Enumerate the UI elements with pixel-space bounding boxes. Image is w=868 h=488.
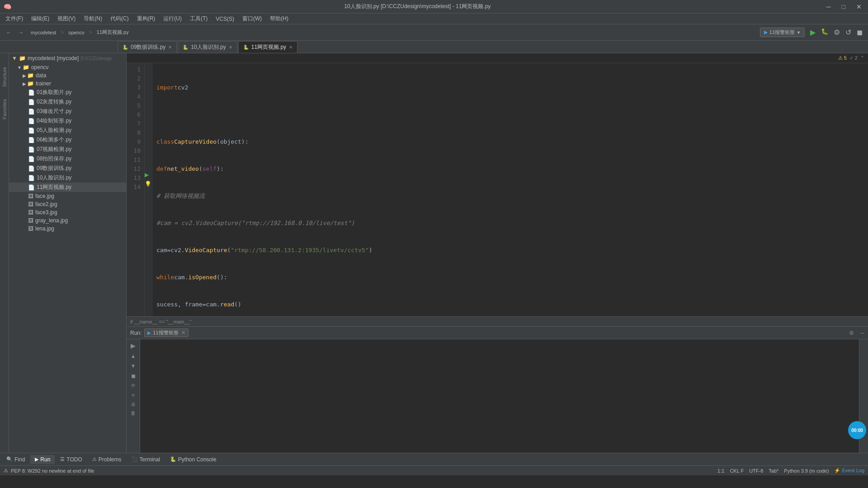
tree-item-face[interactable]: 🖼 face.jpg [9,192,126,200]
toolbar-breadcrumb-opencv[interactable]: opencv [66,28,87,37]
run-down-button[interactable]: ▼ [130,362,137,370]
menu-vcs[interactable]: VCS(S) [212,15,238,23]
run-panel-settings[interactable]: ⚙ [849,330,854,336]
status-bar: ⚠ PEP 8: W292 no newline at end of file … [0,465,868,475]
status-encoding[interactable]: UTF-8 [749,468,763,474]
tab-10-close[interactable]: ✕ [229,45,232,50]
timer-circle[interactable]: 00:00 [848,421,866,439]
minimize-button[interactable]: ─ [824,2,834,11]
toolbar-nav-back[interactable]: ← [4,28,14,37]
tree-label-06: 06检测多个.py [37,136,71,144]
tab-python-console[interactable]: 🐍 Python Console [165,455,221,464]
py-file-icon-06: 📄 [28,137,35,143]
menu-refactor[interactable]: 重构(R) [133,14,159,23]
run-config-tag[interactable]: ▶ 11报警矩形 ✕ [144,328,188,337]
stop-button[interactable]: ◼ [855,27,864,38]
status-indent[interactable]: Tab* [769,468,778,474]
status-python[interactable]: Python 3.9 (m code) [784,468,829,474]
status-position[interactable]: 1:1 [717,468,724,474]
tab-problems[interactable]: ⚠ Problems [88,455,126,464]
tree-item-09[interactable]: 📄 09数据训练.py [9,164,126,173]
tree-item-face2[interactable]: 🖼 face2.jpg [9,200,126,208]
run-panel-minimize[interactable]: ─ [860,330,864,336]
menu-file[interactable]: 文件(F) [2,14,27,23]
menu-navigate[interactable]: 导航(N) [80,14,106,23]
tree-item-02[interactable]: 📄 02灰度转换.py [9,97,126,107]
run-clear-button[interactable]: 🗑 [130,409,137,417]
code-line-3: class CaptureVideo(object): [156,137,864,146]
structure-label[interactable]: Structure [2,67,7,87]
tree-item-03[interactable]: 📄 03修改尺寸.py [9,107,126,116]
menu-run[interactable]: 运行(U) [160,14,185,23]
run-right-panel: 00:00 [859,339,868,453]
menu-code[interactable]: 代码(C) [107,14,132,23]
menu-view[interactable]: 视图(V) [54,14,79,23]
tab-11-close[interactable]: ✕ [289,45,292,50]
reload-button[interactable]: ↺ [844,27,853,38]
warning-icon: ⚠ [4,468,8,474]
tree-label-04: 04绘制矩形.py [37,117,71,125]
run-panel-content: ▶ ▲ ▼ ◼ ⟳ ≡ 🖨 🗑 [127,339,868,453]
toolbar-breadcrumb-file[interactable]: 11网页视频.py [94,28,132,37]
run-filter-button[interactable]: ≡ [131,391,135,399]
tree-item-data[interactable]: ▶ 📁 data [9,71,126,80]
check-count[interactable]: ✓ 2 [849,55,858,61]
tree-item-face3[interactable]: 🖼 face3.jpg [9,208,126,216]
tab-bar: 🐍 09数据训练.py ✕ 🐍 10人脸识别.py ✕ 🐍 11网页视频.py … [0,41,868,53]
tab-todo[interactable]: ☰ TODO [56,455,86,464]
toolbar-nav-forward[interactable]: → [16,28,26,37]
problems-icon: ⚠ [92,456,97,462]
tab-find[interactable]: 🔍 Find [2,455,29,464]
tree-item-trainer[interactable]: ▶ 📁 trainer [9,80,126,88]
expand-icon[interactable]: ⌃ [860,55,864,61]
maximize-button[interactable]: □ [839,2,848,11]
run-config-dropdown[interactable]: ▼ [797,30,801,35]
run-config-close[interactable]: ✕ [181,330,185,336]
menu-tools[interactable]: 工具(T) [186,14,211,23]
run-configuration-selector[interactable]: ▶ 11报警矩形 ▼ [760,28,805,37]
tab-run[interactable]: ▶ Run [30,455,55,464]
run-button[interactable]: ▶ [808,27,817,38]
tab-11[interactable]: 🐍 11网页视频.py ✕ [238,41,297,53]
tab-09-close[interactable]: ✕ [168,45,172,50]
run-print-button[interactable]: 🖨 [130,400,137,408]
tree-item-01[interactable]: 📄 01换取图片.py [9,88,126,97]
tree-item-lena[interactable]: 🖼 lena.jpg [9,225,126,233]
app-icon: 🧠 [4,3,11,10]
python-console-icon: 🐍 [170,456,176,462]
tree-item-08[interactable]: 📄 08拍照保存.py [9,154,126,164]
tab-09[interactable]: 🐍 09数据训练.py ✕ [118,41,177,53]
tree-label-data: data [36,72,46,79]
code-line-8: while cam.isOpened(): [156,273,864,282]
tree-item-05[interactable]: 📄 05人脸检测.py [9,126,126,135]
tree-item-06[interactable]: 📄 06检测多个.py [9,135,126,145]
tree-item-opencv[interactable]: ▼ 📁 opencv [9,63,126,71]
status-event-log[interactable]: ⚡ Event Log [834,468,864,474]
tree-item-07[interactable]: 📄 07视频检测.py [9,145,126,154]
run-stop-button[interactable]: ◼ [130,372,137,380]
close-button[interactable]: ✕ [854,2,864,11]
toolbar-breadcrumb-mycode[interactable]: mycodetest [28,28,59,37]
run-output-area [140,339,859,453]
settings-button[interactable]: ⚙ [832,27,842,38]
tab-terminal[interactable]: ⬛ Terminal [127,455,165,464]
menu-help[interactable]: 帮助(H) [266,14,292,23]
status-left: ⚠ PEP 8: W292 no newline at end of file [4,468,94,474]
warning-count[interactable]: ⚠ 5 [838,55,847,61]
tree-label-opencv: opencv [31,64,49,70]
favorites-label[interactable]: Favorites [2,99,7,119]
tree-item-10[interactable]: 📄 10人脸识别.py [9,173,126,183]
run-rerun-button[interactable]: ⟳ [130,382,136,389]
tree-item-gray-lena[interactable]: 🖼 gray_lena.jpg [9,216,126,225]
menu-window[interactable]: 窗口(W) [239,14,265,23]
tree-item-04[interactable]: 📄 04绘制矩形.py [9,116,126,126]
tab-10[interactable]: 🐍 10人脸识别.py ✕ [178,41,237,53]
run-up-button[interactable]: ▲ [130,352,137,360]
code-editor[interactable]: import cv2 class CaptureVideo(object): d… [153,63,868,316]
tree-item-11[interactable]: 📄 11网页视频.py [9,183,126,192]
menu-edit[interactable]: 编辑(E) [28,14,53,23]
debug-button[interactable]: 🐛 [819,27,830,38]
run-play-button[interactable]: ▶ [130,341,137,350]
code-container[interactable]: 1 2 3 4 5 6 7 8 9 10 11 12 13 14 [127,63,868,316]
run-config-icon: ▶ [764,29,768,35]
